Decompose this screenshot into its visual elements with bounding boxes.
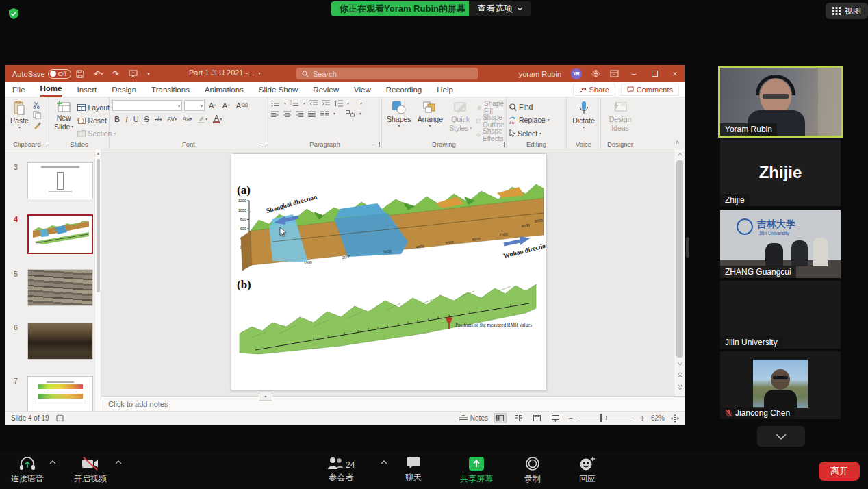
clipboard-dialog-launcher[interactable]: [42, 142, 47, 147]
zoom-slider[interactable]: [579, 418, 634, 418]
join-audio-button[interactable]: 连接语音: [11, 456, 44, 485]
participant-tile-yoram-rubin[interactable]: Yoram Rubin: [718, 66, 843, 138]
format-painter-icon[interactable]: [33, 121, 42, 129]
align-right-button[interactable]: [296, 111, 303, 117]
shrink-font-button[interactable]: A˅: [220, 100, 232, 111]
save-icon[interactable]: [76, 70, 84, 78]
reading-view-button[interactable]: [531, 413, 544, 423]
comments-button[interactable]: Comments: [621, 84, 679, 96]
participant-tile-jiancong-chen[interactable]: Jiancong Chen: [720, 351, 841, 419]
panel-splitter-handle[interactable]: [686, 237, 689, 258]
participants-button[interactable]: 24 参会者: [327, 456, 355, 484]
zoom-percent[interactable]: 62%: [651, 414, 665, 422]
tab-review[interactable]: Review: [313, 82, 339, 97]
minimize-button[interactable]: –: [628, 69, 639, 79]
scroll-up-icon[interactable]: [674, 149, 685, 159]
collapse-ribbon-icon[interactable]: ˄: [676, 139, 679, 146]
undo-icon[interactable]: ↶▾: [94, 69, 103, 79]
slide-thumbnail-4[interactable]: [27, 214, 93, 254]
ribbon-display-options-icon[interactable]: [610, 70, 619, 77]
slide-thumbnail-5[interactable]: [27, 269, 93, 306]
fit-to-window-icon[interactable]: [671, 414, 679, 423]
slideshow-view-button[interactable]: [550, 413, 562, 423]
view-options-button[interactable]: 查看选项: [469, 1, 531, 16]
slide-thumbnail-6[interactable]: [27, 323, 93, 360]
tab-file[interactable]: File: [12, 82, 25, 97]
audio-options-chevron[interactable]: [49, 460, 56, 464]
redo-icon[interactable]: ↷: [112, 69, 119, 79]
character-spacing-button[interactable]: AV▾: [165, 114, 179, 125]
notes-splitter-collapse-icon[interactable]: ▾: [259, 392, 272, 401]
tab-insert[interactable]: Insert: [77, 82, 97, 97]
thumbnail-scroll-up-icon[interactable]: ▲: [95, 149, 101, 158]
tab-help[interactable]: Help: [437, 82, 453, 97]
participant-tile-zhang-guangcui[interactable]: 吉林大学 Jilin University ZHANG Guangcui: [720, 210, 841, 278]
participant-tile-zhijie[interactable]: Zhijie Zhijie: [720, 139, 841, 206]
leave-me eting-button[interactable]: 离开: [819, 462, 860, 481]
bold-button[interactable]: B: [112, 114, 122, 125]
change-case-button[interactable]: Aa▾: [180, 114, 194, 125]
search-box[interactable]: [296, 68, 478, 79]
accessibility-icon[interactable]: [56, 414, 64, 423]
convert-smartart-button[interactable]: [346, 110, 355, 117]
zoom-out-button[interactable]: −: [568, 414, 573, 423]
quick-access-more-icon[interactable]: ▾: [147, 71, 150, 77]
restore-button[interactable]: [649, 69, 660, 79]
arrange-button[interactable]: Arrange ▾: [416, 100, 445, 139]
tab-animations[interactable]: Animations: [205, 82, 244, 97]
account-name[interactable]: yoram Rubin: [519, 70, 561, 78]
search-input[interactable]: [313, 70, 450, 78]
reactions-button[interactable]: 回应: [579, 456, 596, 485]
new-slide-button[interactable]: New Slide▾: [52, 100, 75, 139]
record-button[interactable]: 录制: [524, 456, 541, 485]
close-button[interactable]: ×: [669, 69, 680, 79]
replace-button[interactable]: baReplace▾: [509, 114, 563, 125]
font-name-combo[interactable]: ▾: [112, 100, 182, 111]
subscript-button[interactable]: ab: [153, 114, 164, 125]
shapes-button[interactable]: Shapes ▾: [385, 100, 413, 139]
scroll-down-icon[interactable]: [674, 359, 685, 368]
start-video-button[interactable]: 开启视频: [74, 456, 107, 485]
justify-button[interactable]: [308, 111, 316, 117]
strikethrough-button[interactable]: S: [142, 114, 151, 125]
paragraph-dialog-launcher[interactable]: [375, 142, 380, 147]
share-button[interactable]: Share: [573, 84, 615, 96]
scrollbar-thumb[interactable]: [676, 160, 683, 358]
select-button[interactable]: Select▾: [509, 128, 563, 139]
underline-button[interactable]: U: [131, 114, 141, 125]
autosave-toggle[interactable]: Off: [48, 69, 72, 79]
font-size-combo[interactable]: ▾: [184, 100, 205, 111]
increase-indent-button[interactable]: [322, 100, 330, 107]
copy-icon[interactable]: [33, 111, 42, 119]
paste-button[interactable]: Paste ▾: [8, 100, 31, 139]
tab-slideshow[interactable]: Slide Show: [259, 82, 298, 97]
align-center-button[interactable]: [283, 111, 291, 117]
slide-thumbnail-3[interactable]: [27, 162, 93, 199]
tab-view[interactable]: View: [354, 82, 371, 97]
next-slide-button[interactable]: [674, 382, 685, 392]
italic-button[interactable]: I: [123, 114, 130, 125]
columns-button[interactable]: [320, 111, 329, 117]
share-screen-button[interactable]: 共享屏幕: [460, 456, 493, 485]
quick-styles-button[interactable]: Quick Styles▾: [447, 100, 474, 139]
grow-font-button[interactable]: A˄: [207, 100, 218, 111]
drawing-dialog-launcher[interactable]: [500, 142, 505, 147]
document-title[interactable]: Part 1 JLU 2021 -... ▾: [189, 68, 260, 77]
participant-tile-jilin-university[interactable]: Jilin University: [720, 281, 841, 349]
participants-options-chevron[interactable]: [381, 460, 387, 464]
tab-home[interactable]: Home: [40, 82, 62, 97]
font-color-button[interactable]: A▾: [211, 114, 224, 125]
start-slideshow-icon[interactable]: [129, 70, 138, 78]
notes-pane[interactable]: ▾ Click to add notes: [101, 396, 685, 411]
previous-slide-button[interactable]: [674, 370, 685, 379]
decrease-indent-button[interactable]: [309, 100, 318, 107]
cut-icon[interactable]: [33, 101, 42, 109]
slide-sorter-view-button[interactable]: [513, 413, 525, 423]
highlight-color-button[interactable]: ▾: [195, 114, 209, 125]
clear-formatting-button[interactable]: A⌫: [234, 100, 250, 111]
line-spacing-button[interactable]: [334, 100, 343, 107]
thumbnail-scrollbar-thumb[interactable]: [97, 159, 100, 292]
tab-transitions[interactable]: Transitions: [151, 82, 190, 97]
align-left-button[interactable]: [271, 111, 279, 117]
numbering-button[interactable]: 12: [290, 100, 299, 107]
